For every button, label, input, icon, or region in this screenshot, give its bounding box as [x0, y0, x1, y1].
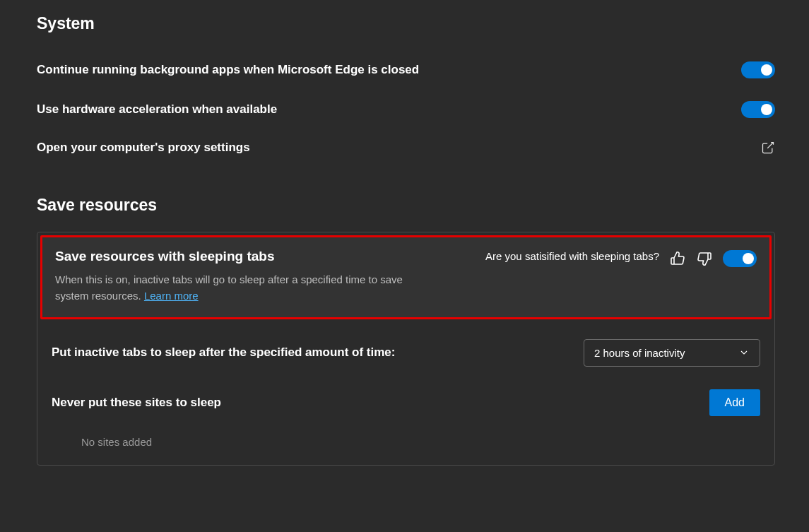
row-background-apps: Continue running background apps when Mi…	[37, 50, 775, 90]
thumbs-up-icon[interactable]	[669, 250, 686, 267]
desc-sleeping-tabs-text: When this is on, inactive tabs will go t…	[55, 273, 403, 302]
label-proxy-settings: Open your computer's proxy settings	[37, 141, 250, 155]
desc-sleeping-tabs: When this is on, inactive tabs will go t…	[55, 271, 423, 305]
toggle-background-apps[interactable]	[741, 61, 775, 78]
label-sleep-timeout: Put inactive tabs to sleep after the spe…	[52, 345, 395, 360]
panel-sleeping-tabs: Save resources with sleeping tabs When t…	[40, 235, 772, 319]
label-background-apps: Continue running background apps when Mi…	[37, 63, 419, 77]
chevron-down-icon	[738, 347, 750, 358]
row-sleep-timeout: Put inactive tabs to sleep after the spe…	[52, 328, 760, 378]
toggle-hardware-accel[interactable]	[741, 101, 775, 118]
row-never-sleep: Never put these sites to sleep Add	[52, 378, 760, 427]
card-save-resources: Save resources with sleeping tabs When t…	[37, 232, 775, 466]
select-sleep-timeout[interactable]: 2 hours of inactivity	[584, 339, 760, 367]
add-site-button[interactable]: Add	[709, 389, 760, 416]
label-feedback-question: Are you satisified with sleeping tabs?	[485, 250, 659, 262]
link-learn-more[interactable]: Learn more	[144, 290, 199, 302]
label-never-sleep: Never put these sites to sleep	[52, 396, 221, 410]
section-title-system: System	[37, 14, 775, 33]
label-hardware-accel: Use hardware acceleration when available	[37, 102, 277, 117]
thumbs-down-icon[interactable]	[696, 250, 713, 267]
title-sleeping-tabs: Save resources with sleeping tabs	[55, 249, 423, 264]
empty-sites-text: No sites added	[52, 427, 760, 448]
select-sleep-timeout-value: 2 hours of inactivity	[594, 347, 685, 359]
row-proxy-settings[interactable]: Open your computer's proxy settings	[37, 129, 775, 166]
section-title-save-resources: Save resources	[37, 196, 775, 215]
external-link-icon	[761, 141, 775, 155]
row-hardware-accel: Use hardware acceleration when available	[37, 90, 775, 129]
toggle-sleeping-tabs[interactable]	[723, 250, 757, 267]
